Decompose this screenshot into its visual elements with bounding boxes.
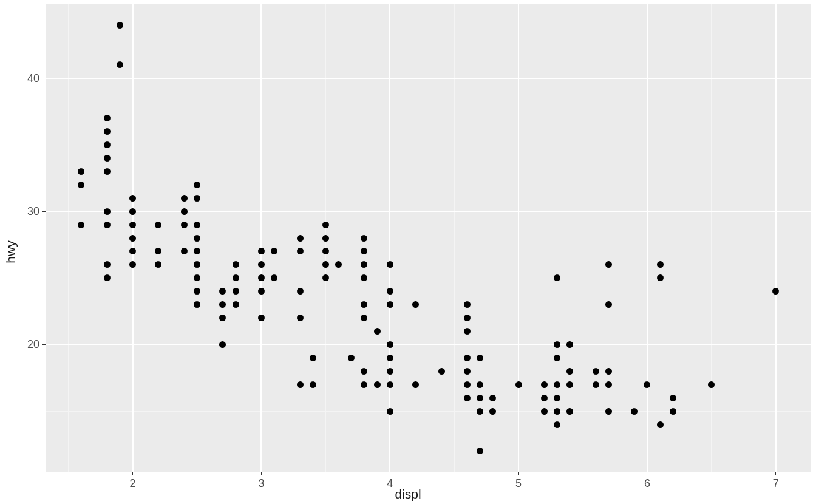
data-point	[297, 248, 304, 254]
grid-major-x	[518, 4, 519, 472]
data-point	[361, 261, 367, 268]
grid-major-x	[775, 4, 777, 472]
x-tick-label: 3	[258, 472, 264, 490]
grid-major-y	[46, 78, 811, 79]
grid-minor-y	[46, 12, 811, 12]
data-point	[322, 248, 329, 254]
x-tick-label: 5	[515, 472, 522, 490]
data-point	[181, 222, 188, 228]
data-point	[219, 301, 226, 308]
grid-minor-x	[454, 4, 455, 472]
data-point	[194, 195, 200, 202]
data-point	[464, 368, 471, 375]
x-tick-label: 4	[387, 472, 393, 490]
data-point	[605, 408, 612, 415]
data-point	[593, 368, 599, 375]
data-point	[477, 395, 483, 401]
data-point	[181, 208, 188, 215]
data-point	[194, 274, 200, 281]
data-point	[554, 274, 560, 281]
data-point	[387, 261, 393, 268]
data-point	[708, 381, 715, 388]
data-point	[335, 261, 342, 268]
data-point	[541, 408, 548, 415]
data-point	[554, 395, 560, 401]
data-point	[233, 274, 239, 281]
data-point	[605, 301, 612, 308]
data-point	[348, 355, 355, 361]
data-point	[566, 368, 573, 375]
data-point	[554, 381, 560, 388]
data-point	[117, 61, 123, 68]
data-point	[155, 261, 162, 268]
data-point	[566, 408, 573, 415]
data-point	[554, 408, 560, 415]
data-point	[477, 408, 483, 415]
data-point	[233, 301, 239, 308]
data-point	[387, 381, 393, 388]
data-point	[772, 288, 779, 295]
data-point	[593, 381, 599, 388]
data-point	[78, 222, 84, 228]
data-point	[104, 128, 110, 135]
data-point	[387, 288, 393, 295]
data-point	[361, 235, 367, 242]
data-point	[233, 261, 239, 268]
data-point	[322, 222, 329, 228]
y-axis-label-text: hwy	[4, 240, 18, 263]
data-point	[181, 248, 188, 254]
data-point	[104, 141, 110, 148]
data-point	[670, 408, 676, 415]
data-point	[657, 274, 664, 281]
data-point	[117, 22, 123, 29]
data-point	[477, 448, 483, 454]
data-point	[554, 421, 560, 428]
data-point	[258, 315, 265, 321]
data-point	[194, 182, 200, 188]
data-point	[297, 315, 304, 321]
data-point	[605, 368, 612, 375]
data-point	[566, 381, 573, 388]
grid-minor-x	[583, 4, 583, 472]
grid-minor-y	[46, 145, 811, 145]
data-point	[194, 301, 200, 308]
data-point	[322, 274, 329, 281]
data-point	[104, 208, 110, 215]
x-tick-label: 2	[130, 472, 136, 490]
data-point	[104, 155, 110, 162]
data-point	[129, 261, 136, 268]
y-tick-label: 40	[27, 72, 46, 84]
data-point	[129, 195, 136, 202]
data-point	[129, 235, 136, 242]
data-point	[464, 328, 471, 335]
data-point	[129, 208, 136, 215]
data-point	[233, 288, 239, 295]
data-point	[438, 368, 445, 375]
grid-minor-y	[46, 411, 811, 412]
data-point	[297, 288, 304, 295]
grid-major-y	[46, 344, 811, 345]
data-point	[464, 381, 471, 388]
data-point	[194, 222, 200, 228]
data-point	[554, 355, 560, 361]
data-point	[412, 381, 419, 388]
data-point	[477, 355, 483, 361]
data-point	[541, 395, 548, 401]
grid-major-x	[389, 4, 390, 472]
data-point	[361, 381, 367, 388]
data-point	[387, 408, 393, 415]
data-point	[361, 315, 367, 321]
data-point	[644, 381, 650, 388]
data-point	[361, 274, 367, 281]
data-point	[297, 381, 304, 388]
data-point	[387, 341, 393, 348]
data-point	[297, 235, 304, 242]
data-point	[194, 261, 200, 268]
data-point	[464, 355, 471, 361]
data-point	[104, 222, 110, 228]
data-point	[489, 408, 496, 415]
data-point	[104, 261, 110, 268]
y-axis-label: hwy	[4, 0, 18, 504]
data-point	[361, 301, 367, 308]
data-point	[310, 355, 316, 361]
